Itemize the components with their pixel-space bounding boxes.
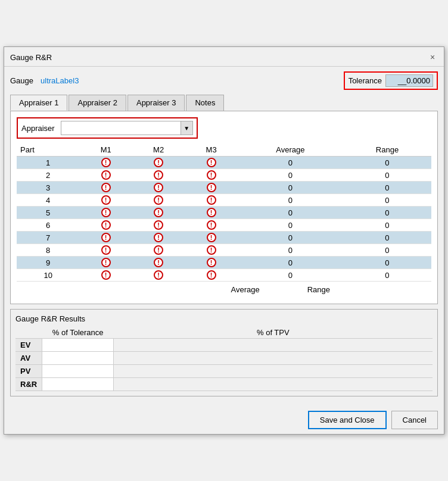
cell-range: 0 — [343, 257, 431, 269]
cell-m3[interactable]: ! — [185, 157, 237, 169]
cell-part: 10 — [17, 269, 79, 282]
error-icon: ! — [101, 183, 111, 192]
tolerance-input[interactable] — [385, 74, 433, 87]
cell-m1[interactable]: ! — [79, 182, 132, 194]
close-button[interactable]: × — [426, 51, 439, 64]
cell-m1[interactable]: ! — [79, 257, 132, 269]
cell-m2[interactable]: ! — [132, 244, 185, 257]
error-icon: ! — [154, 270, 163, 280]
tab-appraiser3[interactable]: Appraiser 3 — [127, 95, 185, 111]
error-icon: ! — [154, 245, 163, 255]
results-col-tpv: % of TPV — [114, 327, 433, 339]
cell-part: 5 — [17, 207, 79, 219]
cell-range: 0 — [343, 232, 431, 244]
cell-m2[interactable]: ! — [132, 169, 185, 182]
cell-m1[interactable]: ! — [79, 219, 132, 232]
cell-m2[interactable]: ! — [132, 207, 185, 219]
cell-m2[interactable]: ! — [132, 269, 185, 282]
col-header-range: Range — [343, 143, 431, 157]
error-icon: ! — [207, 258, 216, 267]
cell-m2[interactable]: ! — [132, 219, 185, 232]
cell-m1[interactable]: ! — [79, 244, 132, 257]
error-icon: ! — [154, 183, 163, 192]
results-col-empty — [15, 327, 42, 339]
cell-range: 0 — [343, 219, 431, 232]
cell-m3[interactable]: ! — [185, 207, 237, 219]
results-tpv-value — [114, 352, 433, 365]
table-row: 1!!!00 — [17, 157, 431, 169]
tab-appraiser1[interactable]: Appraiser 1 — [10, 95, 67, 111]
cancel-button[interactable]: Cancel — [391, 411, 438, 429]
footer: Save and Close Cancel — [4, 406, 444, 434]
col-header-part: Part — [17, 143, 79, 157]
cell-m2[interactable]: ! — [132, 194, 185, 207]
results-tolerance-value — [42, 378, 114, 391]
error-icon: ! — [101, 158, 111, 167]
col-header-m2: M2 — [132, 143, 185, 157]
error-icon: ! — [154, 170, 163, 180]
cell-part: 3 — [17, 182, 79, 194]
results-row: R&R — [15, 378, 433, 391]
cell-m3[interactable]: ! — [185, 269, 237, 282]
cell-m3[interactable]: ! — [185, 194, 237, 207]
appraiser-input[interactable] — [61, 121, 181, 135]
tab-notes[interactable]: Notes — [186, 95, 224, 111]
gauge-row: Gauge ultraLabel3 Tolerance — [10, 71, 438, 90]
cell-average: 0 — [238, 257, 343, 269]
cell-m1[interactable]: ! — [79, 232, 132, 244]
results-row-label: EV — [15, 339, 42, 352]
error-icon: ! — [207, 158, 216, 167]
cell-average: 0 — [238, 244, 343, 257]
table-row: 8!!!00 — [17, 244, 431, 257]
error-icon: ! — [207, 233, 216, 242]
table-row: 7!!!00 — [17, 232, 431, 244]
save-close-button[interactable]: Save and Close — [308, 411, 387, 429]
results-row: AV — [15, 352, 433, 365]
error-icon: ! — [101, 220, 111, 230]
results-tolerance-value — [42, 352, 114, 365]
cell-average: 0 — [238, 269, 343, 282]
cell-m2[interactable]: ! — [132, 257, 185, 269]
gauge-value: ultraLabel3 — [41, 76, 79, 85]
appraiser-dropdown-button[interactable]: ▼ — [181, 121, 192, 135]
cell-m3[interactable]: ! — [185, 182, 237, 194]
error-icon: ! — [101, 245, 111, 255]
cell-part: 7 — [17, 232, 79, 244]
error-icon: ! — [101, 170, 111, 180]
error-icon: ! — [101, 233, 111, 242]
results-row: PV — [15, 365, 433, 378]
cell-part: 9 — [17, 257, 79, 269]
cell-m1[interactable]: ! — [79, 169, 132, 182]
cell-average: 0 — [238, 219, 343, 232]
cell-m3[interactable]: ! — [185, 169, 237, 182]
results-tpv-value — [114, 339, 433, 352]
error-icon: ! — [154, 158, 163, 167]
table-row: 5!!!00 — [17, 207, 431, 219]
table-row: 10!!!00 — [17, 269, 431, 282]
cell-m2[interactable]: ! — [132, 232, 185, 244]
tab-appraiser2[interactable]: Appraiser 2 — [69, 95, 126, 111]
cell-m3[interactable]: ! — [185, 244, 237, 257]
cell-range: 0 — [343, 182, 431, 194]
results-tpv-value — [114, 378, 433, 391]
error-icon: ! — [101, 208, 111, 217]
cell-range: 0 — [343, 244, 431, 257]
cell-average: 0 — [238, 232, 343, 244]
cell-m2[interactable]: ! — [132, 157, 185, 169]
cell-m1[interactable]: ! — [79, 207, 132, 219]
cell-m2[interactable]: ! — [132, 182, 185, 194]
appraiser-label: Appraiser — [21, 124, 55, 133]
cell-average: 0 — [238, 194, 343, 207]
results-col-tolerance: % of Tolerance — [42, 327, 114, 339]
cell-m3[interactable]: ! — [185, 232, 237, 244]
tabs: Appraiser 1 Appraiser 2 Appraiser 3 Note… — [10, 95, 438, 111]
summary-row: Average Range — [17, 282, 431, 298]
cell-m3[interactable]: ! — [185, 219, 237, 232]
cell-m1[interactable]: ! — [79, 194, 132, 207]
cell-m3[interactable]: ! — [185, 257, 237, 269]
error-icon: ! — [154, 195, 163, 205]
error-icon: ! — [101, 258, 111, 267]
cell-m1[interactable]: ! — [79, 157, 132, 169]
cell-m1[interactable]: ! — [79, 269, 132, 282]
tab-content: Appraiser ▼ Part M1 M2 M3 Average — [10, 111, 438, 304]
